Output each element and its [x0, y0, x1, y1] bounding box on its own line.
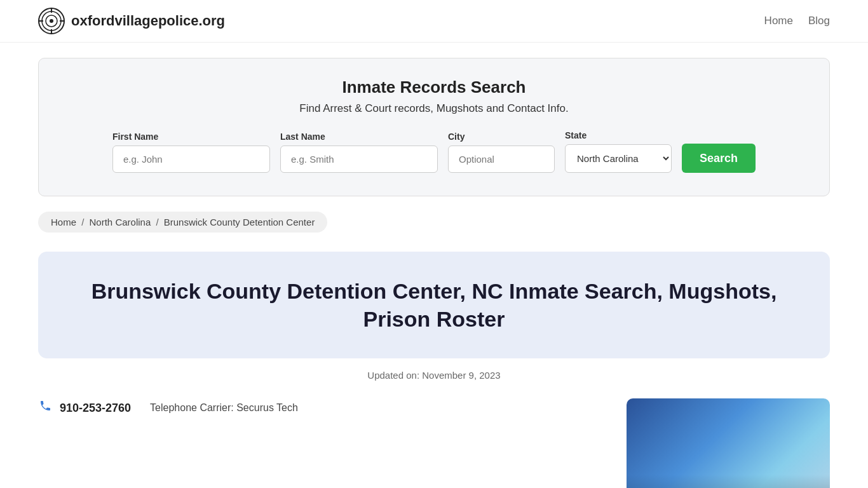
- search-button[interactable]: Search: [682, 144, 756, 173]
- search-subtitle: Find Arrest & Court records, Mugshots an…: [64, 102, 804, 115]
- logo-area: oxfordvillagepolice.org: [38, 8, 225, 34]
- state-label: State: [565, 130, 587, 140]
- state-group: State North Carolina Alabama Alaska Ariz…: [565, 130, 672, 173]
- breadcrumb-container: Home / North Carolina / Brunswick County…: [38, 212, 830, 233]
- search-container: Inmate Records Search Find Arrest & Cour…: [38, 58, 830, 196]
- site-header: oxfordvillagepolice.org Home Blog: [0, 0, 868, 43]
- breadcrumb-sep-2: /: [156, 217, 161, 227]
- phone-row: 910-253-2760 Telephone Carrier: Securus …: [38, 398, 601, 417]
- breadcrumb-state[interactable]: North Carolina: [90, 217, 151, 227]
- last-name-group: Last Name: [280, 132, 438, 173]
- city-label: City: [448, 132, 465, 142]
- first-name-group: First Name: [112, 132, 270, 173]
- phone-icon: [38, 398, 53, 417]
- svg-point-3: [50, 19, 53, 23]
- last-name-input[interactable]: [280, 146, 438, 173]
- search-fields: First Name Last Name City State North Ca…: [64, 130, 804, 173]
- main-heading: Brunswick County Detention Center, NC In…: [57, 277, 811, 333]
- breadcrumb-sep-1: /: [81, 217, 86, 227]
- main-nav: Home Blog: [764, 15, 830, 27]
- info-left: 910-253-2760 Telephone Carrier: Securus …: [38, 398, 601, 417]
- search-title: Inmate Records Search: [64, 78, 804, 97]
- updated-on: Updated on: November 9, 2023: [38, 370, 830, 381]
- state-select[interactable]: North Carolina Alabama Alaska Arizona Ca…: [565, 144, 672, 173]
- nav-home[interactable]: Home: [764, 15, 793, 27]
- last-name-label: Last Name: [280, 132, 325, 142]
- breadcrumb: Home / North Carolina / Brunswick County…: [38, 212, 327, 233]
- logo-icon: [38, 8, 65, 34]
- breadcrumb-facility: Brunswick County Detention Center: [164, 217, 315, 227]
- carrier-text: Telephone Carrier: Securus Tech: [150, 402, 298, 414]
- first-name-input[interactable]: [112, 146, 270, 173]
- logo-text: oxfordvillagepolice.org: [71, 13, 225, 29]
- phone-number: 910-253-2760: [60, 402, 131, 415]
- first-name-label: First Name: [112, 132, 158, 142]
- facility-image: [627, 398, 830, 488]
- breadcrumb-home[interactable]: Home: [51, 217, 76, 227]
- nav-blog[interactable]: Blog: [808, 15, 830, 27]
- main-heading-area: Brunswick County Detention Center, NC In…: [38, 252, 830, 358]
- city-group: City: [448, 132, 555, 173]
- city-input[interactable]: [448, 146, 555, 173]
- info-section: 910-253-2760 Telephone Carrier: Securus …: [38, 398, 830, 488]
